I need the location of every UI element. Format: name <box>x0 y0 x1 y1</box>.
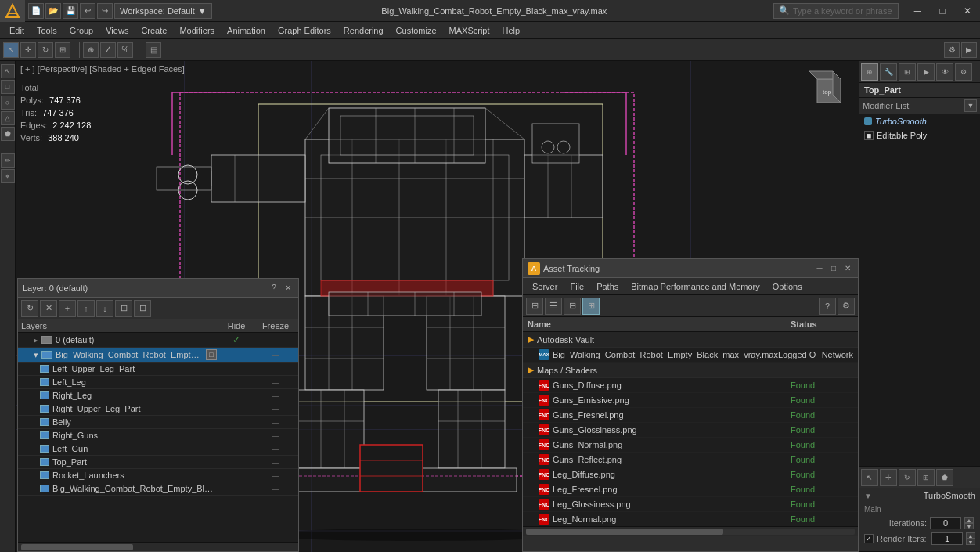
ap-icon-1[interactable]: ⊞ <box>526 298 543 315</box>
named-sel[interactable]: ▤ <box>146 42 161 58</box>
rp-tool-1[interactable]: ↖ <box>861 469 878 486</box>
turbosm-collapse-btn[interactable]: ▼ <box>864 492 872 500</box>
render-setup[interactable]: ⚙ <box>944 42 960 58</box>
ap-file-row[interactable]: FNC Leg_Glossiness.png Found <box>523 497 858 512</box>
layer-expand-1a[interactable]: ▾ <box>34 350 38 360</box>
move-tool[interactable]: ✛ <box>20 42 36 58</box>
ap-menu-paths[interactable]: Paths <box>590 280 625 293</box>
rp-create-icon[interactable]: ⊕ <box>861 63 878 81</box>
layer-row[interactable]: Rocket_Launchers — <box>18 469 298 482</box>
menu-customize[interactable]: Customize <box>390 24 443 37</box>
menu-group[interactable]: Group <box>63 24 100 37</box>
layer-row[interactable]: Left_Gun — <box>18 442 298 456</box>
layer-row[interactable]: ▾ Big_Walking_Combat_Robot_Empty_Black □… <box>18 348 298 363</box>
ap-maximize-btn[interactable]: □ <box>828 263 839 274</box>
ap-settings-btn[interactable]: ⚙ <box>838 298 855 315</box>
ap-menu-bitmap-perf[interactable]: Bitmap Performance and Memory <box>625 280 766 293</box>
menu-create[interactable]: Create <box>135 24 173 37</box>
layer-row[interactable]: ▸ 0 (default) ✓ — <box>18 333 298 348</box>
left-tool-5[interactable]: ⬟ <box>1 127 15 141</box>
render-iters-down[interactable]: ▼ <box>966 539 975 545</box>
left-tool-2[interactable]: □ <box>1 80 15 94</box>
layer-row[interactable]: Belly — <box>18 416 298 429</box>
menu-maxscript[interactable]: MAXScript <box>443 24 496 37</box>
render-iters-up[interactable]: ▲ <box>966 532 975 539</box>
modifier-editpoly[interactable]: ■ Editable Poly <box>859 128 980 143</box>
rp-tool-4[interactable]: ⊞ <box>917 469 935 486</box>
ap-file-row[interactable]: FNC Leg_Fresnel.png Found <box>523 482 858 497</box>
ap-file-row[interactable]: FNC Guns_Emissive.png Found <box>523 393 858 408</box>
left-tool-4[interactable]: △ <box>1 111 15 125</box>
menu-help[interactable]: Help <box>496 24 527 37</box>
close-btn[interactable]: ✕ <box>955 0 980 22</box>
save-btn[interactable]: 💾 <box>63 3 78 19</box>
ap-content[interactable]: ▶ Autodesk Vault MAX Big_Walking_Combat_… <box>523 332 858 526</box>
lp-move-up-icon[interactable]: ↑ <box>77 300 95 317</box>
ap-file-row[interactable]: FNC Guns_Normal.png Found <box>523 438 858 453</box>
layer-row[interactable]: Right_Leg — <box>18 389 298 402</box>
search-box[interactable]: 🔍 Type a keyword or phrase <box>773 3 899 19</box>
rp-display-icon[interactable]: 👁 <box>936 63 953 81</box>
layer-expand-0[interactable]: ▸ <box>34 335 38 345</box>
menu-tools[interactable]: Tools <box>31 24 63 37</box>
layer-row[interactable]: Big_Walking_Combat_Robot_Empty_Black — <box>18 482 298 496</box>
lp-refresh-icon[interactable]: ↻ <box>21 300 38 317</box>
scale-tool[interactable]: ⊞ <box>55 42 70 58</box>
undo-btn[interactable]: ↩ <box>80 3 95 19</box>
ap-menu-server[interactable]: Server <box>526 280 564 293</box>
select-tool[interactable]: ↖ <box>3 42 19 58</box>
iterations-down[interactable]: ▼ <box>964 523 974 529</box>
lp-add-icon[interactable]: + <box>59 300 76 317</box>
menu-graph-editors[interactable]: Graph Editors <box>272 24 337 37</box>
menu-animation[interactable]: Animation <box>221 24 272 37</box>
ap-file-row[interactable]: MAX Big_Walking_Combat_Robot_Empty_Black… <box>523 348 858 363</box>
lp-scroll-thumb[interactable] <box>21 544 133 550</box>
ap-icon-3[interactable]: ⊟ <box>564 298 581 315</box>
left-tool-1[interactable]: ↖ <box>1 64 15 78</box>
lp-content[interactable]: ▸ 0 (default) ✓ — ▾ Big_Walking_Combat_R… <box>18 333 298 542</box>
render-iters-checkbox[interactable]: ✓ <box>864 534 874 543</box>
layer-freeze-child-1[interactable]: — <box>256 365 295 373</box>
ap-help-btn[interactable]: ? <box>819 298 836 315</box>
lp-scrollbar[interactable] <box>18 542 298 551</box>
render-iters-value[interactable]: 1 <box>931 532 963 545</box>
render-btn[interactable]: ▶ <box>961 42 977 58</box>
left-tool-6[interactable]: ✏ <box>1 153 15 168</box>
percent-snap-btn[interactable]: % <box>117 42 133 58</box>
layer-row[interactable]: Right_Guns — <box>18 429 298 442</box>
lp-move-down-icon[interactable]: ↓ <box>96 300 113 317</box>
ap-file-row[interactable]: FNC Guns_Fresnel.png Found <box>523 408 858 423</box>
ap-file-row[interactable]: FNC Leg_Diffuse.png Found <box>523 467 858 482</box>
open-btn[interactable]: 📂 <box>45 3 61 19</box>
angle-snap-btn[interactable]: ∠ <box>100 42 116 58</box>
rp-tool-3[interactable]: ↻ <box>899 469 916 486</box>
rp-motion-icon[interactable]: ▶ <box>917 63 935 81</box>
modifier-turbosm[interactable]: TurboSmooth <box>859 114 980 128</box>
ap-close-btn[interactable]: ✕ <box>842 263 853 274</box>
left-tool-3[interactable]: ○ <box>1 96 15 110</box>
ap-file-row[interactable]: FNC Leg_Normal.png Found <box>523 512 858 526</box>
layer-freeze-1a[interactable]: — <box>256 351 295 359</box>
rp-tool-2[interactable]: ✛ <box>880 469 897 486</box>
ap-scrollbar[interactable] <box>523 526 858 536</box>
lp-close-btn[interactable]: ✕ <box>283 283 294 294</box>
layer-row[interactable]: Top_Part — <box>18 456 298 469</box>
workspace-dropdown[interactable]: Workspace: Default ▼ <box>114 3 212 19</box>
ap-menu-file[interactable]: File <box>564 280 590 293</box>
maximize-btn[interactable]: □ <box>930 0 955 22</box>
rp-utilities-icon[interactable]: ⚙ <box>955 63 972 81</box>
iterations-value[interactable]: 0 <box>930 517 961 529</box>
layer-row[interactable]: Left_Leg — <box>18 376 298 389</box>
menu-modifiers[interactable]: Modifiers <box>173 24 221 37</box>
lp-expand-icon[interactable]: ⊞ <box>115 300 132 317</box>
ap-file-row[interactable]: FNC Guns_Reflect.png Found <box>523 453 858 467</box>
rp-hierarchy-icon[interactable]: ⊞ <box>899 63 916 81</box>
menu-rendering[interactable]: Rendering <box>337 24 390 37</box>
mod-check-editpoly[interactable]: ■ <box>864 131 874 140</box>
lp-collapse-icon[interactable]: ⊟ <box>134 300 151 317</box>
ap-icon-4[interactable]: ⊞ <box>582 298 600 315</box>
menu-edit[interactable]: Edit <box>3 24 31 37</box>
rp-tool-5[interactable]: ⬟ <box>936 469 953 486</box>
ap-file-row[interactable]: FNC Guns_Diffuse.png Found <box>523 378 858 393</box>
lp-help-btn[interactable]: ? <box>268 283 279 294</box>
